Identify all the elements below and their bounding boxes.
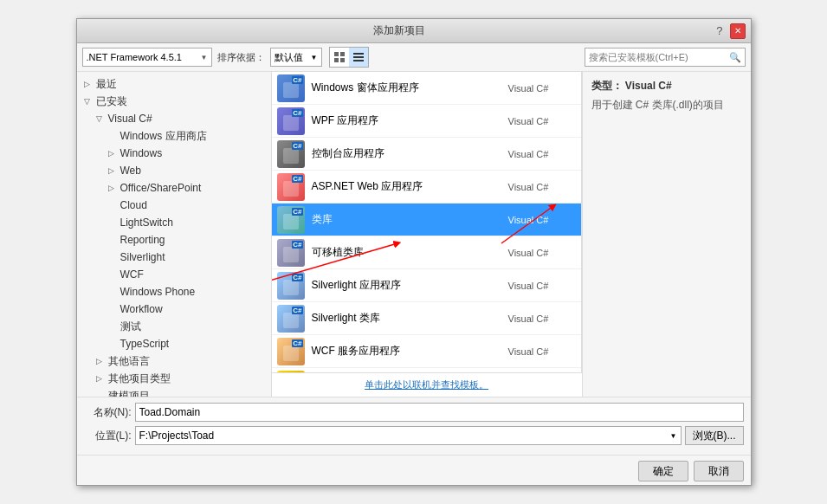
name-input[interactable] [135,403,744,422]
ok-button[interactable]: 确定 [638,461,688,481]
item-icon-silverlight-lib: C# [275,305,307,333]
tree-arrow-recent: ▷ [84,80,96,88]
tree-item-web[interactable]: ▷Web [77,162,271,179]
tree-label-build-templates: 建模项目 [108,389,150,397]
online-templates-link[interactable]: 单击此处以联机并查找模板。 [365,379,488,390]
item-icon-portable-class: C# [275,239,307,267]
location-row: 位置(L): F:\Projects\Toad ▼ 浏览(B)... [84,426,744,445]
tree-item-wcf[interactable]: WCF [77,266,271,283]
icon-shape-silverlight-app [283,280,299,295]
tree-label-recent: 最近 [96,77,117,92]
svg-rect-1 [340,52,345,56]
item-name-wpf: WPF 应用程序 [312,113,508,128]
icon-shape-silverlight-lib [283,313,299,328]
cs-icon-wcf-service: C# [277,338,305,365]
tree-item-windows-store[interactable]: Windows 应用商店 [77,127,271,145]
list-item-silverlight-app[interactable]: C#Silverlight 应用程序Visual C# [272,269,581,302]
svg-rect-6 [353,60,364,61]
tree-item-typescript[interactable]: TypeScript [77,335,271,352]
sort-value: 默认值 [275,51,303,64]
tree-item-reporting[interactable]: Reporting [77,231,271,249]
tree-item-test[interactable]: 测试 [77,318,271,335]
cancel-button[interactable]: 取消 [694,461,744,481]
item-name-silverlight-lib: Silverlight 类库 [312,311,508,326]
list-view-button[interactable] [349,48,368,67]
tree-arrow-test [108,322,120,331]
tree-label-test: 测试 [120,320,141,334]
svg-rect-3 [340,58,345,62]
cs-icon-windows-forms: C# [277,74,305,102]
bottom-bar: 名称(N): 位置(L): F:\Projects\Toad ▼ 浏览(B)..… [77,397,751,455]
search-input[interactable] [589,52,727,62]
tree-item-recent[interactable]: ▷最近 [77,75,271,93]
tree-label-web: Web [120,165,141,177]
item-icon-silverlight-app: C# [275,272,307,300]
tree-arrow-other-project-types: ▷ [96,374,108,383]
icon-shape-wcf-service [283,346,299,361]
tree-arrow-windows: ▷ [108,149,120,158]
cs-badge-asp-net: C# [292,175,302,183]
item-type-windows-forms: Visual C# [508,83,578,94]
tree-arrow-web: ▷ [108,166,120,175]
item-icon-wcf-service: C# [275,338,307,365]
tree-item-workflow[interactable]: Workflow [77,300,271,318]
tree-label-other-languages: 其他语言 [108,354,150,369]
tree-item-lightswitch[interactable]: LightSwitch [77,214,271,231]
item-name-class-library: 类库 [312,212,508,227]
tree-label-lightswitch: LightSwitch [120,216,173,229]
sort-dropdown[interactable]: 默认值 ▼ [270,48,322,67]
tree-item-windows-phone[interactable]: Windows Phone [77,283,271,300]
cs-badge-windows-forms: C# [292,76,302,84]
type-description: 用于创建 C# 类库(.dll)的项目 [591,97,742,113]
tree-item-silverlight[interactable]: Silverlight [77,249,271,266]
cs-badge-silverlight-lib: C# [292,307,302,314]
item-name-windows-forms: Windows 窗体应用程序 [312,81,508,95]
tree-label-typescript: TypeScript [120,338,170,350]
tree-item-cloud[interactable]: Cloud [77,197,271,214]
help-button[interactable]: ? [716,24,722,37]
name-label: 名称(N): [84,405,132,420]
tree-item-windows[interactable]: ▷Windows [77,145,271,162]
tree-item-installed[interactable]: ▽已安装 [77,93,271,110]
tree-item-build-templates[interactable]: 建模项目 [77,387,271,397]
item-name-console: 控制台应用程序 [312,146,508,161]
type-prefix: 类型： [591,80,623,92]
list-item-wcf-service[interactable]: C#WCF 服务应用程序Visual C# [272,335,581,368]
list-item-wpf[interactable]: C#WPF 应用程序Visual C# [272,105,581,138]
tree-item-other-languages[interactable]: ▷其他语言 [77,352,271,370]
list-item-asp-net[interactable]: C#ASP.NET Web 应用程序Visual C# [272,171,581,204]
item-type-wcf-service: Visual C# [508,346,578,357]
cs-badge-portable-class: C# [292,241,302,249]
grid-view-button[interactable] [330,48,349,67]
tree-arrow-other-languages: ▷ [96,357,108,365]
list-item-portable-class[interactable]: C#可移植类库Visual C# [272,236,581,269]
tree-item-visual-csharp[interactable]: ▽Visual C# [77,110,271,127]
icon-shape-windows-forms [283,82,299,98]
item-type-console: Visual C# [508,149,578,159]
tree-arrow-workflow [108,305,120,313]
close-button[interactable]: ✕ [730,23,746,39]
item-type-portable-class: Visual C# [508,248,578,258]
cs-icon-asp-net: C# [277,173,305,201]
tree-item-office-sharepoint[interactable]: ▷Office/SharePoint [77,179,271,197]
cs-badge-wcf-service: C# [292,339,302,347]
list-item-console[interactable]: C#控制台应用程序Visual C# [272,138,581,171]
main-content: ▷最近▽已安装▽Visual C# Windows 应用商店▷Windows▷W… [77,72,751,397]
list-item-class-library[interactable]: C#类库Visual C# [272,204,581,236]
location-dropdown[interactable]: F:\Projects\Toad ▼ [135,426,682,445]
search-icon[interactable]: 🔍 [729,52,741,63]
framework-dropdown[interactable]: .NET Framework 4.5.1 ▼ [82,48,212,67]
title-bar: 添加新项目 ? ✕ [77,19,751,43]
browse-button[interactable]: 浏览(B)... [685,426,744,445]
tree-arrow-typescript [108,339,120,348]
svg-rect-0 [334,52,339,56]
type-label: 类型： Visual C# [591,79,742,94]
tree-item-other-project-types[interactable]: ▷其他项目类型 [77,370,271,387]
tree-arrow-reporting [108,236,120,244]
cs-icon-wpf: C# [277,107,305,135]
list-item-silverlight-lib[interactable]: C#Silverlight 类库Visual C# [272,302,581,335]
list-item-windows-forms[interactable]: C#Windows 窗体应用程序Visual C# [272,72,581,105]
item-name-wcf-service: WCF 服务应用程序 [312,344,508,359]
type-value: Visual C# [625,80,672,92]
location-value: F:\Projects\Toad [139,430,215,442]
